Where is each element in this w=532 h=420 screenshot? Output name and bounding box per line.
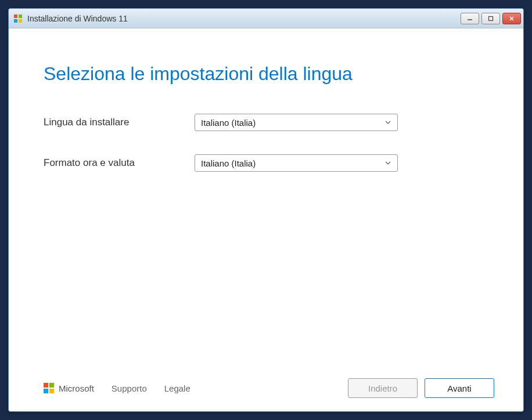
microsoft-logo: Microsoft [44,383,94,393]
page-title: Seleziona le impostazioni della lingua [44,63,488,85]
close-button[interactable] [502,13,521,24]
svg-rect-5 [489,16,493,20]
locale-value: Italiano (Italia) [201,158,256,168]
locale-dropdown[interactable]: Italiano (Italia) [195,154,398,172]
microsoft-text: Microsoft [59,383,94,393]
microsoft-icon [44,383,54,393]
chevron-down-icon [384,158,391,168]
maximize-button[interactable] [481,13,500,24]
language-label: Lingua da installare [44,117,195,128]
svg-rect-1 [19,15,22,18]
language-value: Italiano (Italia) [201,118,256,128]
language-dropdown[interactable]: Italiano (Italia) [195,114,398,131]
svg-rect-3 [19,19,22,23]
locale-row: Formato ora e valuta Italiano (Italia) [44,154,488,172]
svg-rect-0 [14,15,17,18]
titlebar[interactable]: Installazione di Windows 11 [9,9,523,28]
language-row: Lingua da installare Italiano (Italia) [44,114,488,131]
window-title: Installazione di Windows 11 [27,14,461,23]
chevron-down-icon [384,118,391,128]
window-controls [461,13,521,24]
installer-window: Installazione di Windows 11 Seleziona le… [8,8,524,412]
footer: Microsoft Supporto Legale Indietro Avant… [9,371,523,411]
back-button[interactable]: Indietro [348,378,418,398]
app-icon [13,14,23,23]
support-link[interactable]: Supporto [112,383,147,393]
minimize-button[interactable] [461,13,479,24]
svg-rect-2 [14,19,17,23]
locale-label: Formato ora e valuta [44,157,195,169]
content-area: Seleziona le impostazioni della lingua L… [9,28,523,371]
next-button[interactable]: Avanti [425,378,494,398]
legal-link[interactable]: Legale [164,383,190,393]
